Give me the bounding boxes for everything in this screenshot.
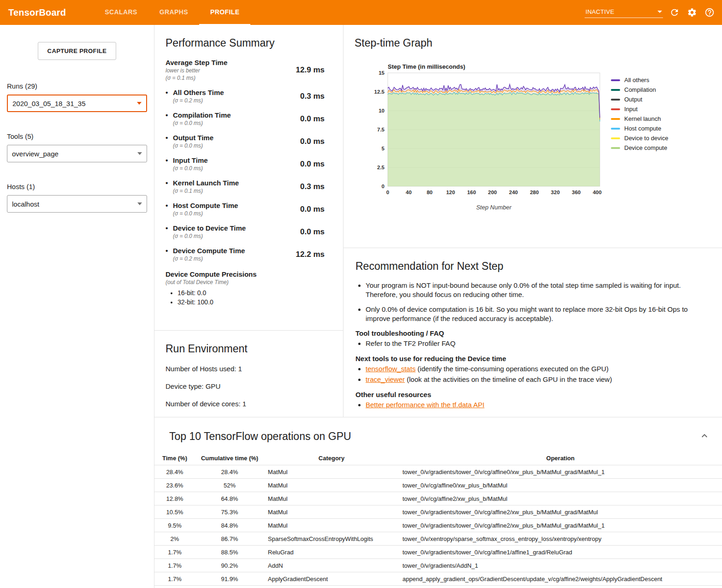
performance-item-name: •Device Compute Time	[166, 247, 245, 255]
topbar-actions: INACTIVE	[585, 0, 722, 25]
resource-link[interactable]: Better performance with the tf.data API	[366, 401, 485, 409]
cell-operation: tower_0/v/gradients/tower_0/v/cg/affine2…	[399, 522, 722, 529]
cell-time-percent: 1.7%	[154, 576, 195, 582]
legend-label: Host compute	[624, 125, 661, 132]
next-tools-heading: Next tools to use for reducing the Devic…	[355, 355, 710, 362]
help-button[interactable]	[704, 6, 716, 18]
left-column: Performance Summary Average Step Time lo…	[154, 25, 343, 417]
other-resources-list: Better performance with the tf.data API	[355, 400, 710, 410]
legend-item: Input	[611, 104, 668, 114]
cell-time-percent: 28.4%	[154, 469, 195, 475]
refresh-button[interactable]	[669, 6, 681, 18]
performance-item-name: •Compilation Time	[166, 111, 231, 119]
tool-link[interactable]: trace_viewer	[366, 375, 405, 383]
cell-operation: tower_0/v/xentropy/sparse_softmax_cross_…	[399, 535, 722, 542]
legend-item: Output	[611, 95, 668, 104]
recommendation-title: Recommendation for Next Step	[355, 260, 710, 273]
cell-cumulative-percent: 52%	[195, 482, 264, 489]
performance-item-sigma: (σ = 0.0 ms)	[166, 210, 238, 217]
svg-text:160: 160	[467, 190, 476, 195]
tab-graphs[interactable]: GRAPHS	[148, 0, 199, 25]
performance-item: •Compilation Time(σ = 0.0 ms)0.0 ms	[166, 111, 332, 126]
cell-time-percent: 12.8%	[154, 495, 195, 502]
other-resources-heading: Other useful resources	[355, 391, 710, 398]
tool-link[interactable]: tensorflow_stats	[366, 365, 415, 373]
svg-text:12.5: 12.5	[374, 89, 385, 95]
table-row: 1.7%91.9%ApplyGradientDescentappend_appl…	[154, 572, 722, 586]
table-row: 9.5%84.8%MatMultower_0/v/gradients/tower…	[154, 519, 722, 532]
average-step-time-sigma: (σ = 0.1 ms)	[166, 75, 227, 81]
performance-breakdown-list: •All Others Time(σ = 0.2 ms)0.3 ms•Compi…	[166, 89, 332, 262]
next-tool-item: tensorflow_stats (identify the time-cons…	[366, 364, 710, 374]
cell-time-percent: 23.6%	[154, 482, 195, 489]
sidebar: CAPTURE PROFILE Runs (29) 2020_03_05_18_…	[0, 25, 154, 588]
reload-status-label: INACTIVE	[586, 8, 614, 15]
hosts-label: Hosts (1)	[7, 183, 154, 190]
cell-cumulative-percent: 88.5%	[195, 549, 264, 556]
hosts-select[interactable]: localhost	[7, 195, 147, 213]
table-row: 1.7%88.5%ReluGradtower_0/v/gradients/tow…	[154, 546, 722, 559]
app-title: TensorBoard	[0, 0, 71, 25]
cell-operation: tower_0/v/gradients/tower_0/v/cg/affine2…	[399, 509, 722, 516]
faq-list: Refer to the TF2 Profiler FAQ	[355, 339, 710, 348]
performance-item-value: 0.3 ms	[300, 92, 332, 101]
runs-select[interactable]: 2020_03_05_18_31_35	[7, 95, 147, 112]
cell-category: ReluGrad	[264, 549, 399, 556]
performance-item-name: •Host Compute Time	[166, 202, 238, 209]
chevron-down-icon	[657, 11, 662, 13]
precision-item: 16-bit: 0.0	[178, 289, 332, 297]
legend-swatch	[611, 79, 620, 81]
performance-summary-section: Performance Summary Average Step Time lo…	[154, 25, 343, 331]
legend-item: Device to device	[611, 133, 668, 143]
chevron-down-icon	[137, 202, 142, 205]
right-column: Step-time Graph Step Time (in millisecon…	[343, 25, 722, 417]
table-header-cell: Category	[264, 455, 399, 462]
cell-time-percent: 10.5%	[154, 509, 195, 516]
run-environment-title: Run Environment	[166, 343, 332, 355]
svg-text:200: 200	[488, 190, 497, 195]
capture-profile-button[interactable]: CAPTURE PROFILE	[38, 42, 117, 60]
legend-item: Device compute	[611, 143, 668, 153]
average-step-time-name: Average Step Time	[166, 59, 227, 66]
legend-label: Compilation	[624, 86, 656, 93]
legend-item: Host compute	[611, 124, 668, 133]
performance-item: •Input Time(σ = 0.0 ms)0.0 ms	[166, 156, 332, 172]
page-content: CAPTURE PROFILE Runs (29) 2020_03_05_18_…	[0, 25, 722, 588]
chevron-down-icon	[137, 152, 142, 155]
tab-profile[interactable]: PROFILE	[199, 0, 250, 25]
cell-time-percent: 2%	[154, 535, 195, 542]
main-tabs: SCALARS GRAPHS PROFILE	[94, 0, 250, 25]
settings-button[interactable]	[686, 6, 698, 18]
svg-text:320: 320	[551, 190, 560, 195]
cell-cumulative-percent: 84.8%	[195, 522, 264, 529]
hosts-selected-value: localhost	[12, 200, 39, 208]
run-environment-line: Number of Hosts used: 1	[166, 365, 332, 373]
collapse-section-button[interactable]	[699, 430, 710, 441]
tab-scalars[interactable]: SCALARS	[94, 0, 148, 25]
svg-text:5: 5	[382, 146, 385, 151]
precision-item: 32-bit: 100.0	[178, 298, 332, 306]
cell-category: AddN	[264, 562, 399, 569]
chart-legend: All othersCompilationOutputInputKernel l…	[611, 75, 668, 211]
reload-status-dropdown[interactable]: INACTIVE	[585, 7, 663, 18]
svg-text:80: 80	[426, 190, 432, 195]
tools-select[interactable]: overview_page	[7, 145, 147, 162]
table-header-row: Time (%)Cumulative time (%)CategoryOpera…	[154, 451, 722, 465]
cell-time-percent: 1.7%	[154, 562, 195, 569]
step-time-graph-title: Step-time Graph	[355, 37, 711, 49]
performance-item: •Kernel Launch Time(σ = 0.1 ms)0.3 ms	[166, 179, 332, 194]
table-row: 10.5%75.3%MatMultower_0/v/gradients/towe…	[154, 505, 722, 519]
legend-label: Output	[624, 96, 642, 103]
legend-label: Device to device	[624, 135, 668, 142]
help-icon	[704, 7, 715, 18]
table-row: 23.6%52%MatMultower_0/v/cg/affine0/xw_pl…	[154, 479, 722, 492]
run-environment-lines: Number of Hosts used: 1Device type: GPUN…	[166, 365, 332, 408]
legend-label: All others	[624, 77, 649, 83]
performance-item-name: •Output Time	[166, 134, 213, 142]
cell-category: ApplyGradientDescent	[264, 576, 399, 582]
performance-item-sigma: (σ = 0.2 ms)	[166, 255, 245, 262]
bullet-icon: •	[166, 89, 173, 96]
average-step-time-value: 12.9 ms	[296, 65, 332, 75]
performance-item-value: 0.0 ms	[300, 137, 332, 146]
cell-operation: tower_0/v/gradients/tower_0/v/cg/affine0…	[399, 469, 722, 475]
